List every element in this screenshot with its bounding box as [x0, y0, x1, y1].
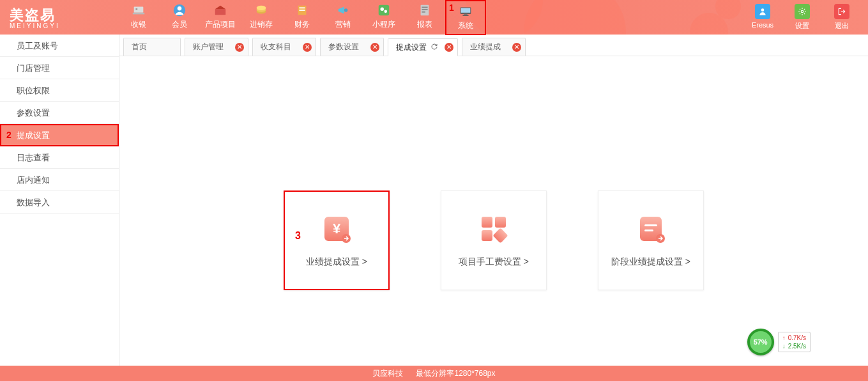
nav-inventory[interactable]: 进销存	[241, 0, 282, 35]
download-speed: ↓2.5K/s	[782, 342, 806, 350]
user-icon	[743, 4, 782, 19]
marketing-icon	[323, 3, 363, 18]
sidebar-item-log[interactable]: 日志查看	[0, 146, 119, 169]
nav-marketing[interactable]: 营销	[323, 0, 363, 35]
close-icon[interactable]: ✕	[370, 43, 379, 52]
logout-button[interactable]: 退出	[822, 4, 862, 31]
svg-rect-35	[644, 229, 653, 231]
tab-commission[interactable]: 提成设置 ✕	[388, 38, 458, 56]
upload-value: 0.7K/s	[788, 334, 806, 341]
tab-performance[interactable]: 业绩提成✕	[462, 38, 526, 56]
svg-rect-31	[482, 230, 492, 241]
svg-rect-1	[133, 12, 144, 14]
svg-rect-12	[344, 8, 348, 12]
up-arrow-icon: ↑	[782, 334, 786, 341]
nav-system[interactable]: 1 系统	[445, 0, 486, 35]
sidebar-item-role[interactable]: 职位权限	[0, 79, 119, 102]
sidebar-label: 参数设置	[17, 108, 50, 118]
card-stage-commission[interactable]: 阶段业绩提成设置 >	[598, 190, 704, 290]
close-icon[interactable]: ✕	[303, 43, 312, 52]
logout-label: 退出	[822, 21, 862, 31]
tab-param[interactable]: 参数设置✕	[320, 38, 384, 56]
member-icon	[159, 3, 200, 18]
sidebar-label: 员工及账号	[17, 41, 58, 51]
svg-rect-21	[461, 8, 471, 12]
svg-rect-11	[299, 10, 305, 11]
product-icon	[200, 3, 241, 18]
card-label: 阶段业绩提成设置 >	[611, 256, 690, 268]
card-label: 业绩提成设置 >	[306, 256, 367, 268]
nav-label: 系统	[446, 20, 485, 31]
footer: 贝应科技 最低分辨率1280*768px	[0, 366, 868, 381]
annotation-marker: 2	[6, 125, 11, 145]
sidebar-item-import[interactable]: 数据导入	[0, 191, 119, 214]
sidebar-item-store[interactable]: 门店管理	[0, 57, 119, 79]
tab-account[interactable]: 账户管理✕	[185, 38, 248, 56]
upload-speed: ↑0.7K/s	[782, 334, 806, 342]
sidebar-label: 提成设置	[17, 130, 50, 140]
nav-report[interactable]: 报表	[404, 0, 445, 35]
card-manual-fee[interactable]: 项目手工费设置 >	[441, 190, 547, 290]
nav-finance[interactable]: 财务	[282, 0, 323, 35]
sidebar-label: 日志查看	[17, 153, 50, 162]
svg-rect-22	[464, 13, 468, 15]
logo-sub: MEIYINGYI	[10, 22, 118, 29]
sidebar-item-notice[interactable]: 店内通知	[0, 169, 119, 191]
close-icon[interactable]: ✕	[235, 43, 244, 52]
network-widget[interactable]: 57% ↑0.7K/s ↓2.5K/s	[747, 329, 811, 355]
svg-point-8	[257, 5, 266, 10]
network-percent: 57%	[747, 329, 774, 355]
tab-label: 业绩提成	[470, 42, 501, 52]
nav-cashier[interactable]: 收银	[118, 0, 159, 35]
svg-point-15	[384, 10, 387, 13]
sidebar-item-param[interactable]: 参数设置	[0, 102, 119, 124]
user-menu[interactable]: Eresus	[743, 4, 782, 31]
svg-rect-19	[422, 11, 425, 12]
sidebar-label: 店内通知	[17, 175, 50, 185]
sidebar: 员工及账号 门店管理 职位权限 参数设置 2 提成设置 日志查看 店内通知 数据…	[0, 35, 119, 366]
nav-member[interactable]: 会员	[159, 0, 200, 35]
close-icon[interactable]: ✕	[512, 43, 521, 52]
svg-rect-32	[492, 228, 508, 243]
nav-label: 进销存	[241, 19, 282, 30]
svg-rect-2	[135, 8, 137, 10]
finance-icon	[282, 3, 323, 18]
nav-miniprogram[interactable]: 小程序	[363, 0, 404, 35]
tab-home[interactable]: 首页	[123, 38, 181, 56]
logo: 美盗易 MEIYINGYI	[10, 6, 118, 29]
sidebar-label: 数据导入	[17, 198, 50, 207]
download-value: 2.5K/s	[788, 343, 806, 350]
svg-rect-13	[379, 4, 390, 15]
settings-label: 设置	[782, 21, 822, 31]
gear-icon	[782, 4, 822, 19]
svg-text:¥: ¥	[333, 221, 341, 237]
svg-rect-0	[134, 6, 144, 12]
inventory-icon	[241, 3, 282, 18]
tab-category[interactable]: 收支科目✕	[252, 38, 316, 56]
nav-label: 报表	[404, 19, 445, 30]
nav-label: 营销	[323, 19, 363, 30]
sidebar-item-commission[interactable]: 2 提成设置	[0, 124, 119, 146]
tab-label: 收支科目	[261, 42, 291, 52]
card-performance-commission[interactable]: 3 ¥ 业绩提成设置 >	[284, 190, 390, 290]
main-nav: 收银 会员 产品项目 进销存 财务 营销 小程序 报表	[118, 0, 486, 35]
svg-point-14	[381, 7, 385, 11]
main-panel: 首页 账户管理✕ 收支科目✕ 参数设置✕ 提成设置 ✕ 业绩提成✕ 3 ¥ 业绩…	[119, 35, 868, 366]
close-icon[interactable]: ✕	[445, 43, 453, 52]
exit-icon	[822, 4, 862, 19]
doc-icon	[635, 213, 667, 245]
network-stats: ↑0.7K/s ↓2.5K/s	[778, 332, 811, 352]
tab-bar: 首页 账户管理✕ 收支科目✕ 参数设置✕ 提成设置 ✕ 业绩提成✕	[119, 35, 868, 56]
svg-rect-34	[644, 224, 657, 226]
settings-menu[interactable]: 设置	[782, 4, 822, 31]
nav-label: 财务	[282, 19, 323, 30]
svg-point-24	[761, 8, 765, 12]
sidebar-item-staff[interactable]: 员工及账号	[0, 35, 119, 57]
nav-product[interactable]: 产品项目	[200, 0, 241, 35]
tab-label: 参数设置	[328, 42, 359, 52]
sidebar-label: 门店管理	[17, 63, 50, 73]
sidebar-label: 职位权限	[17, 86, 50, 95]
tab-label: 首页	[132, 42, 147, 52]
annotation-marker: 3	[295, 230, 301, 242]
refresh-icon[interactable]	[430, 43, 438, 52]
